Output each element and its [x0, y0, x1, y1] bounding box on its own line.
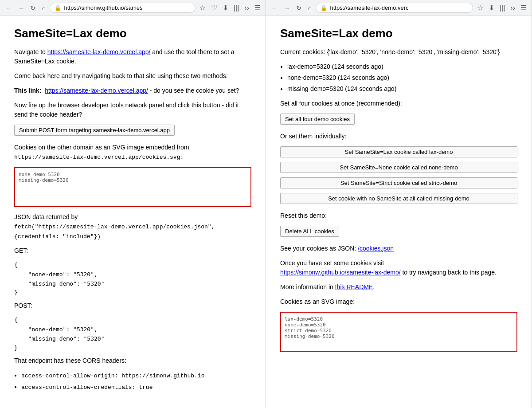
- cookies-svg-url: https://samesite-lax-demo.vercel.app/coo…: [14, 154, 184, 161]
- or-set-individually-label: Or set them individually:: [280, 132, 517, 141]
- current-cookies-value: {'lax-demo': '5320', 'none-demo': '5320'…: [327, 48, 500, 55]
- right-page-content: SameSite=Lax demo Current cookies: {'lax…: [266, 16, 532, 408]
- cookies-json-link[interactable]: /cookies.json: [358, 245, 394, 252]
- this-link-paragraph: This link: https://samesite-lax-demo.ver…: [14, 86, 251, 95]
- heart-icon-left[interactable]: ♡: [210, 3, 219, 13]
- home-button-left[interactable]: ⌂: [40, 4, 47, 12]
- url-text-right: https://samesite-lax-demo.verc: [330, 4, 408, 11]
- address-bar-left[interactable]: 🔒 https://simonw.github.io/sames: [50, 3, 195, 13]
- delete-all-cookies-button[interactable]: Delete ALL cookies: [280, 226, 339, 237]
- see-cookies-paragraph: See your cookies as JSON: /cookies.json: [280, 244, 517, 253]
- this-link[interactable]: https://samesite-lax-demo.vercel.app/: [45, 87, 148, 94]
- set-none-cookie-button[interactable]: Set SameSite=None cookie called none-dem…: [280, 162, 517, 173]
- cookie-item-1: lax-demo=5320 (124 seconds ago): [287, 62, 517, 71]
- current-cookies-label: Current cookies:: [280, 48, 325, 55]
- intro-link[interactable]: https://samesite-lax-demo.vercel.app/: [47, 48, 151, 55]
- home-button-right[interactable]: ⌂: [306, 4, 313, 12]
- readme-link[interactable]: this README: [335, 283, 373, 290]
- once-you-have-paragraph: Once you have set some cookies visit htt…: [280, 259, 517, 277]
- cookies-svg-label: Cookies on the other domain as an SVG im…: [14, 143, 251, 162]
- cookies-as-svg-label: Cookies as an SVG image:: [280, 297, 517, 306]
- cors-list: access-control-allow-origin: https://sim…: [21, 371, 251, 392]
- left-page-title: SameSite=Lax demo: [14, 27, 251, 40]
- cookie-item-3: missing-demo=5320 (124 seconds ago): [287, 84, 517, 94]
- get-label: GET:: [14, 246, 251, 255]
- set-all-label: Set all four cookies at once (recommende…: [280, 99, 517, 108]
- this-link-after: - do you see the cookie you set?: [150, 87, 239, 94]
- reset-label: Reset this demo:: [280, 211, 517, 220]
- set-strict-cookie-button[interactable]: Set SameSite=Strict cookie called strict…: [280, 177, 517, 188]
- back-button-left[interactable]: ←: [4, 4, 13, 12]
- individual-buttons-container: Set SameSite=Lax cookie called lax-demo …: [280, 146, 517, 206]
- set-missing-cookie-button[interactable]: Set cookie with no SameSite at all calle…: [280, 193, 517, 204]
- cors-item-1: access-control-allow-origin: https://sim…: [21, 371, 251, 381]
- set-all-cookies-button[interactable]: Set all four demo cookies: [280, 114, 355, 125]
- right-svg-line-1: lax-demo=5320: [285, 316, 513, 322]
- reload-button-right[interactable]: ↻: [294, 4, 303, 12]
- submit-post-button[interactable]: Submit POST form targeting samesite-lax-…: [14, 125, 175, 136]
- current-cookies-paragraph: Current cookies: {'lax-demo': '5320', 'n…: [280, 47, 517, 57]
- star-icon-left[interactable]: ☆: [198, 3, 207, 13]
- reload-button-left[interactable]: ↻: [28, 4, 37, 12]
- svg-line-1: none-demo=5320: [19, 172, 247, 177]
- left-page-content: SameSite=Lax demo Navigate to https://sa…: [0, 16, 266, 408]
- right-toolbar: ← → ↻ ⌂ 🔒 https://samesite-lax-demo.verc…: [266, 0, 532, 16]
- tabs-icon-right[interactable]: |||: [498, 3, 506, 13]
- set-lax-cookie-button[interactable]: Set SameSite=Lax cookie called lax-demo: [280, 146, 517, 157]
- this-link-label: This link:: [14, 87, 41, 94]
- json-fetch-code: fetch("https://samesite-lax-demo.vercel.…: [14, 224, 215, 240]
- back-button-right[interactable]: ←: [270, 4, 279, 12]
- star-icon-right[interactable]: ☆: [476, 3, 485, 13]
- get-json: { "none-demo": "5320", "missing-demo": "…: [14, 261, 251, 298]
- more-info-paragraph: More information in this README.: [280, 282, 517, 292]
- lock-icon-left: 🔒: [55, 5, 61, 11]
- come-back-text: Come back here and try navigating back t…: [14, 71, 251, 81]
- cookie-list: lax-demo=5320 (124 seconds ago) none-dem…: [287, 62, 517, 94]
- cors-item-2: access-control-allow-credentials: true: [21, 382, 251, 392]
- menu-icon-right[interactable]: ☰: [519, 3, 528, 13]
- left-browser-pane: ← → ↻ ⌂ 🔒 https://simonw.github.io/sames…: [0, 0, 266, 408]
- right-svg-line-3: strict-demo=5320: [285, 328, 513, 333]
- left-toolbar: ← → ↻ ⌂ 🔒 https://simonw.github.io/sames…: [0, 0, 266, 16]
- right-svg-line-2: none-demo=5320: [285, 322, 513, 328]
- download-icon-left[interactable]: ⬇: [221, 3, 230, 13]
- left-svg-box: none-demo=5320 missing-demo=5320: [14, 167, 251, 207]
- more-icon-right[interactable]: ››: [509, 3, 516, 13]
- forward-button-left[interactable]: →: [16, 4, 26, 12]
- download-icon-right[interactable]: ⬇: [487, 3, 496, 13]
- address-bar-right[interactable]: 🔒 https://samesite-lax-demo.verc: [316, 3, 473, 13]
- url-text-left: https://simonw.github.io/sames: [64, 4, 142, 11]
- svg-line-2: missing-demo=5320: [19, 177, 247, 183]
- menu-icon-left[interactable]: ☰: [253, 3, 262, 13]
- right-svg-line-4: missing-demo=5320: [285, 333, 513, 339]
- forward-button-right[interactable]: →: [282, 4, 292, 12]
- right-page-title: SameSite=Lax demo: [280, 27, 517, 40]
- post-json: { "none-demo": "5320", "missing-demo": "…: [14, 316, 251, 353]
- see-cookies-label: See your cookies as JSON:: [280, 245, 356, 252]
- post-label: POST:: [14, 301, 251, 310]
- right-svg-box: lax-demo=5320 none-demo=5320 strict-demo…: [280, 312, 517, 352]
- tabs-icon-left[interactable]: |||: [232, 3, 240, 13]
- endpoint-cors-text: That endpoint has these CORS headers:: [14, 356, 251, 365]
- intro-text: Navigate to: [14, 48, 46, 55]
- fire-up-text: Now fire up the browser developer tools …: [14, 101, 251, 119]
- intro-paragraph: Navigate to https://samesite-lax-demo.ve…: [14, 47, 251, 66]
- more-icon-left[interactable]: ››: [243, 3, 250, 13]
- cookie-item-2: none-demo=5320 (124 seconds ago): [287, 73, 517, 82]
- json-label-paragraph: JSON data returned by fetch("https://sam…: [14, 212, 251, 241]
- github-link[interactable]: https://simonw.github.io/samesite-lax-de…: [280, 269, 401, 276]
- lock-icon-right: 🔒: [321, 5, 327, 11]
- right-browser-pane: ← → ↻ ⌂ 🔒 https://samesite-lax-demo.verc…: [266, 0, 532, 408]
